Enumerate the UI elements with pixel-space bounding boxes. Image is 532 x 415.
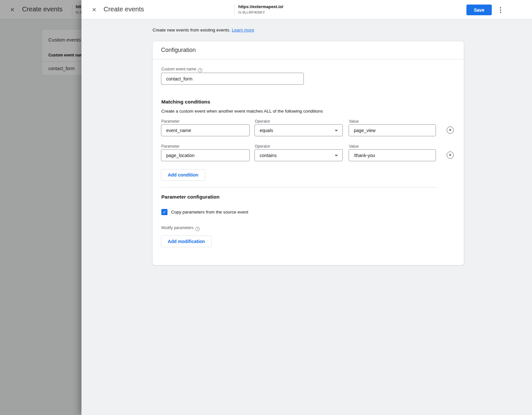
close-icon[interactable]: ✕ [90, 6, 98, 14]
parameter-value: page_location [166, 153, 194, 158]
site-url: https://extermapest.io/ [238, 4, 283, 9]
custom-event-name-label-text: Custom event name [161, 67, 196, 71]
card-header-divider [153, 59, 464, 59]
operator-value: contains [260, 153, 277, 158]
matching-conditions-title: Matching conditions [161, 99, 210, 105]
custom-event-name-input[interactable]: contact_form [161, 73, 304, 85]
remove-x-glyph: ✕ [449, 128, 452, 132]
operator-label: Operator [255, 144, 270, 149]
operator-value: equals [260, 128, 273, 133]
modify-parameters-label: Modify parameters? [161, 226, 200, 231]
parameter-label: Parameter [161, 119, 179, 124]
value-label: Value [349, 144, 359, 149]
configuration-title: Configuration [161, 47, 196, 54]
add-modification-button[interactable]: Add modification [161, 236, 212, 247]
parameter-configuration-title: Parameter configuration [161, 194, 219, 200]
kebab-menu-icon[interactable] [498, 6, 503, 14]
dropdown-arrow-icon [335, 130, 338, 131]
intro-sentence: Create new events from existing events. [153, 28, 230, 32]
learn-more-link[interactable]: Learn more [232, 28, 254, 32]
create-events-panel: ✕ Create events https://extermapest.io/ … [81, 0, 532, 415]
parameter-input[interactable]: event_name [161, 124, 250, 136]
screen: ✕ Create events htt G-9 Custom events Cu… [0, 0, 532, 415]
value-value: /thank-you [354, 153, 375, 158]
header-divider [234, 4, 234, 15]
page-title: Create events [104, 6, 144, 13]
parameter-value: event_name [166, 128, 191, 133]
value-input[interactable]: /thank-you [349, 149, 436, 161]
configuration-card: Configuration Custom event name? contact… [152, 41, 464, 265]
remove-x-glyph: ✕ [449, 153, 452, 157]
remove-condition-icon[interactable]: ✕ [447, 127, 454, 134]
panel-header: ✕ Create events https://extermapest.io/ … [81, 0, 532, 19]
copy-parameters-label: Copy parameters from the source event [171, 210, 248, 214]
custom-event-name-label: Custom event name? [161, 67, 202, 72]
parameter-label: Parameter [161, 144, 179, 149]
remove-condition-icon[interactable]: ✕ [447, 152, 454, 159]
value-value: page_view [354, 128, 376, 133]
parameter-input[interactable]: page_location [161, 149, 250, 161]
copy-parameters-checkbox[interactable]: ✓ [161, 209, 167, 215]
custom-event-name-value: contact_form [166, 76, 192, 81]
add-condition-button[interactable]: Add condition [161, 169, 205, 181]
help-icon[interactable]: ? [198, 68, 202, 72]
modify-parameters-label-text: Modify parameters [161, 226, 193, 230]
matching-conditions-subtitle: Create a custom event when another event… [161, 109, 323, 114]
intro-text: Create new events from existing events. … [153, 28, 254, 32]
value-label: Value [349, 119, 359, 124]
dropdown-arrow-icon [335, 155, 338, 156]
operator-select[interactable]: contains [254, 149, 343, 161]
help-icon[interactable]: ? [195, 227, 200, 231]
value-input[interactable]: page_view [349, 124, 436, 136]
save-button[interactable]: Save [466, 5, 492, 15]
property-id: G-9LLRP405KY [238, 10, 265, 14]
section-divider [161, 187, 437, 188]
check-icon: ✓ [163, 210, 166, 214]
operator-select[interactable]: equals [254, 124, 343, 136]
operator-label: Operator [255, 119, 270, 124]
